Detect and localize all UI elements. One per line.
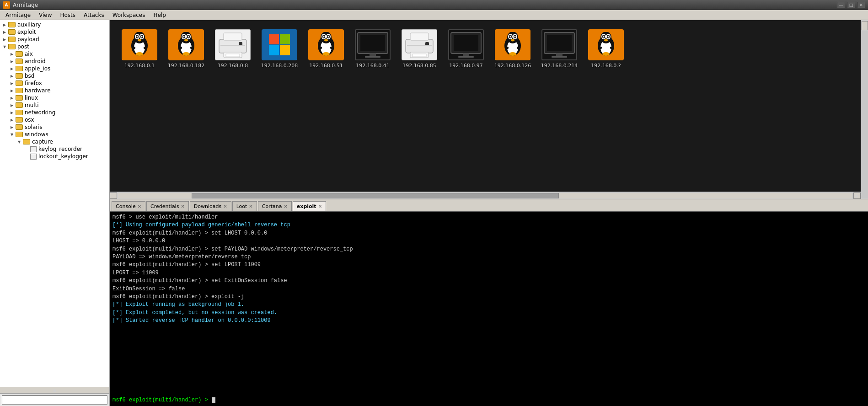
tree-arrow-networking: ▶	[9, 110, 15, 115]
tree-label-post: post	[17, 43, 29, 50]
tree-arrow-android: ▶	[9, 59, 15, 64]
tab-cortana[interactable]: Cortana ✕	[258, 201, 292, 211]
tree-label-apple_ios: apple_ios	[25, 65, 50, 72]
tree-item-firefox[interactable]: ▶firefox	[0, 80, 109, 87]
tree-item-bsd[interactable]: ▶bsd	[0, 72, 109, 80]
host-192-168-0-1[interactable]: 192.168.0.1	[119, 29, 160, 69]
svg-point-46	[322, 52, 330, 56]
svg-rect-35	[280, 45, 290, 55]
host-192-168-0-126[interactable]: 192.168.0.126	[492, 29, 533, 69]
host-icon-5	[355, 29, 391, 60]
svg-point-43	[323, 36, 325, 37]
tree-arrow-apple_ios: ▶	[9, 66, 15, 71]
menu-view[interactable]: View	[35, 11, 55, 19]
folder-icon-windows	[16, 132, 23, 137]
tree-item-solaris[interactable]: ▶solaris	[0, 123, 109, 131]
tree-item-networking[interactable]: ▶networking	[0, 109, 109, 116]
host-192-168-0-8[interactable]: 192.168.0.8	[212, 29, 253, 69]
tab-close-loot[interactable]: ✕	[249, 204, 252, 209]
svg-rect-25	[190, 47, 194, 49]
svg-point-8	[141, 36, 143, 37]
host-192-168-0-97[interactable]: 192.168.0.97	[445, 29, 487, 69]
tab-bar: Console ✕Credentials ✕Downloads ✕Loot ✕C…	[110, 199, 868, 212]
tree-item-android[interactable]: ▶android	[0, 58, 109, 65]
menu-attacks[interactable]: Attacks	[80, 11, 108, 19]
host-192-168-0-51[interactable]: 192.168.0.51	[305, 29, 347, 69]
terminal-line: msf6 exploit(multi/handler) > set LPORT …	[113, 261, 865, 269]
folder-icon-osx	[16, 117, 23, 123]
host-icon-2	[215, 29, 251, 60]
folder-icon-post	[8, 44, 16, 49]
svg-point-20	[183, 36, 185, 37]
horizontal-scrollbar[interactable]: ▶	[110, 192, 861, 199]
host-192-168-0-41[interactable]: 192.168.0.41	[352, 29, 393, 69]
tree-item-linux[interactable]: ▶linux	[0, 94, 109, 102]
tab-loot[interactable]: Loot ✕	[232, 201, 257, 211]
terminal-cursor	[212, 397, 215, 403]
search-input[interactable]	[2, 395, 107, 405]
host-192-168-0-214[interactable]: 192.168.0.214	[539, 29, 580, 69]
host-label-2: 192.168.0.8	[218, 63, 248, 69]
tab-close-exploit[interactable]: ✕	[318, 204, 322, 209]
tab-downloads[interactable]: Downloads ✕	[190, 201, 231, 211]
sidebar-bottom: ▲	[0, 387, 109, 406]
host-192-168-0-85[interactable]: 192.168.0.85	[399, 29, 440, 69]
tab-console[interactable]: Console ✕	[112, 201, 145, 211]
terminal-line: [*] Exploit completed, but no session wa…	[113, 309, 865, 317]
terminal-line: [*] Using configured payload generic/she…	[113, 221, 865, 229]
svg-point-44	[328, 36, 329, 37]
tab-close-credentials[interactable]: ✕	[181, 204, 184, 209]
svg-point-70	[510, 36, 511, 37]
terminal-line: LPORT => 11009	[113, 269, 865, 277]
tab-close-downloads[interactable]: ✕	[223, 204, 227, 209]
tree-item-lockout_keylogger[interactable]: ▶lockout_keylogger	[0, 153, 109, 160]
svg-point-7	[137, 36, 138, 37]
tab-label-loot: Loot	[236, 203, 247, 209]
host-label-1: 192.168.0.182	[168, 63, 204, 69]
tree-item-hardware[interactable]: ▶hardware	[0, 87, 109, 94]
collapse-button[interactable]: ▲	[0, 387, 109, 393]
svg-rect-12	[144, 47, 147, 49]
menu-workspaces[interactable]: Workspaces	[109, 11, 149, 19]
svg-rect-32	[269, 34, 279, 44]
svg-rect-75	[517, 47, 520, 49]
host-192-168-0-?[interactable]: 192.168.0.?	[585, 29, 627, 69]
tree-label-payload: payload	[17, 36, 39, 43]
host-192-168-0-208[interactable]: 192.168.0.208	[259, 29, 300, 69]
menu-hosts[interactable]: Hosts	[57, 11, 80, 19]
tree-item-keylog_recorder[interactable]: ▶keylog_recorder	[0, 145, 109, 153]
sidebar: ▶auxiliary▶exploit▶payload▼post▶aix▶andr…	[0, 20, 110, 406]
menu-help[interactable]: Help	[150, 11, 169, 19]
close-button[interactable]: ✕	[857, 2, 865, 8]
tab-exploit[interactable]: exploit ✕	[293, 201, 326, 211]
tree-item-windows[interactable]: ▼windows	[0, 131, 109, 138]
host-192-168-0-182[interactable]: 192.168.0.182	[166, 29, 207, 69]
host-icon-3	[262, 29, 297, 60]
maximize-button[interactable]: □	[847, 2, 855, 8]
terminal-line: msf6 exploit(multi/handler) > set ExitOn…	[113, 277, 865, 285]
folder-icon-capture	[23, 139, 30, 144]
host-icon-9	[541, 29, 577, 60]
tab-close-cortana[interactable]: ✕	[284, 204, 287, 209]
tab-close-console[interactable]: ✕	[138, 204, 141, 209]
menu-armitage[interactable]: Armitage	[2, 11, 34, 19]
tree-arrow-firefox: ▶	[9, 80, 15, 86]
tree-item-capture[interactable]: ▼capture	[0, 138, 109, 145]
tree-item-multi[interactable]: ▶multi	[0, 102, 109, 109]
tree-item-exploit[interactable]: ▶exploit	[0, 28, 109, 36]
tree-arrow-post: ▼	[2, 44, 7, 49]
tree-item-osx[interactable]: ▶osx	[0, 116, 109, 123]
titlebar-left: A Armitage	[3, 1, 38, 9]
tab-credentials[interactable]: Credentials ✕	[146, 201, 189, 211]
tree-item-payload[interactable]: ▶payload	[0, 36, 109, 43]
host-icon-8	[495, 29, 530, 60]
vertical-scrollbar[interactable]	[861, 20, 868, 199]
svg-point-10	[136, 52, 143, 56]
minimize-button[interactable]: —	[837, 2, 845, 8]
tree-label-auxiliary: auxiliary	[17, 21, 41, 28]
tree-item-auxiliary[interactable]: ▶auxiliary	[0, 21, 109, 28]
svg-rect-11	[132, 47, 135, 49]
tree-item-post[interactable]: ▼post	[0, 43, 109, 50]
tree-item-aix[interactable]: ▶aix	[0, 50, 109, 58]
tree-item-apple_ios[interactable]: ▶apple_ios	[0, 65, 109, 72]
